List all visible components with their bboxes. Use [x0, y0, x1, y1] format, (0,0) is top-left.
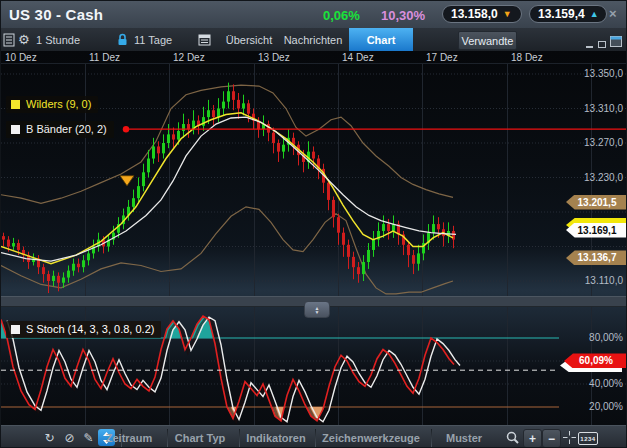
- stoch-axis-label: 20,00%: [553, 401, 623, 412]
- tab-nachrichten[interactable]: Nachrichten: [282, 28, 344, 51]
- bottom-toolbar: ↻ ⊘ ✎ Zeitraum Chart Typ Indikatoren Zei…: [1, 425, 627, 448]
- related-button[interactable]: Verwandte: [458, 31, 517, 50]
- menu-muster[interactable]: Muster: [435, 426, 493, 448]
- svg-text:13 Dez: 13 Dez: [258, 52, 290, 63]
- separator: [239, 429, 240, 447]
- price-values-icon[interactable]: 1234: [578, 432, 598, 445]
- trading-window: US 30 - Cash 0,06% 10,30% 13.158,0 ▼ 13.…: [0, 0, 627, 448]
- notes-icon[interactable]: [3, 28, 15, 51]
- svg-text:17 Dez: 17 Dez: [426, 52, 458, 63]
- sell-price-button[interactable]: 13.158,0 ▼: [442, 5, 522, 23]
- band-value-badge: 13.201,5: [566, 195, 627, 210]
- price-axis-label: 13.230,0: [553, 172, 623, 183]
- window-titlebar: US 30 - Cash 0,06% 10,30% 13.158,0 ▼ 13.…: [1, 1, 627, 29]
- sell-direction-icon: ▼: [503, 10, 512, 19]
- popout-icon[interactable]: [610, 33, 622, 51]
- legend-bbands[interactable]: B Bänder (20, 2): [6, 121, 114, 138]
- tab-uebersicht[interactable]: Übersicht: [223, 28, 275, 51]
- legend-stoch-label: S Stoch (14, 3, 3, 0.8, 0.2): [26, 323, 154, 335]
- arrow-down-icon: ▼: [315, 310, 320, 314]
- interval-select[interactable]: 1 Stunde: [36, 28, 80, 51]
- legend-bbands-label: B Bänder (20, 2): [26, 123, 107, 135]
- lock-icon[interactable]: [117, 28, 128, 51]
- crosshair-icon[interactable]: [561, 429, 578, 446]
- svg-text:14 Dez: 14 Dez: [342, 52, 374, 63]
- stoch-axis-label: 80,00%: [553, 332, 623, 343]
- chart-area[interactable]: 10 Dez11 Dez12 Dez13 Dez14 Dez17 Dez18 D…: [1, 51, 627, 425]
- bb-middle-value-badge: 13.169,1: [566, 223, 627, 238]
- price-axis-label: 13.350,0: [553, 68, 623, 79]
- close-icon[interactable]: ×: [609, 6, 617, 21]
- clear-drawings-icon[interactable]: ⊘: [61, 429, 78, 446]
- zoom-tool-icon[interactable]: [504, 429, 521, 446]
- date-axis: 10 Dez11 Dez12 Dez13 Dez14 Dez17 Dez18 D…: [1, 52, 627, 64]
- menu-zeichenwerkzeuge[interactable]: Zeichenwerkzeuge: [317, 426, 425, 448]
- instrument-title: US 30 - Cash: [9, 6, 103, 23]
- legend-wilders-label: Wilders (9, 0): [26, 98, 91, 110]
- zoom-in-button[interactable]: +: [523, 429, 542, 448]
- price-axis-label: 13.270,0: [553, 137, 623, 148]
- buy-price: 13.159,4: [538, 7, 585, 21]
- stoch-axis-label: 40,00%: [553, 378, 623, 389]
- legend-wilders[interactable]: Wilders (9, 0): [6, 96, 98, 113]
- buy-price-button[interactable]: 13.159,4 ▲: [529, 5, 607, 23]
- draw-icon[interactable]: ✎: [80, 429, 97, 446]
- stoch-swatch-icon: [11, 325, 20, 334]
- calendar-icon[interactable]: [198, 28, 211, 51]
- separator: [167, 429, 168, 447]
- menu-chart-typ[interactable]: Chart Typ: [169, 426, 231, 448]
- range-percent: 10,30%: [381, 8, 425, 23]
- legend-stochastic[interactable]: S Stoch (14, 3, 3, 0.8, 0.2): [6, 321, 161, 338]
- price-axis-label: 13.310,0: [553, 103, 623, 114]
- svg-text:11 Dez: 11 Dez: [89, 52, 120, 63]
- tab-chart[interactable]: Chart: [349, 28, 413, 51]
- price-axis-label: 13.110,0: [553, 275, 623, 286]
- svg-text:12 Dez: 12 Dez: [173, 52, 205, 63]
- sell-price: 13.158,0: [451, 7, 498, 21]
- panel-resize-button[interactable]: ▲ ▼: [304, 301, 330, 318]
- chart-toolbar: ⚙ 1 Stunde 11 Tage Übersicht Nachrichten…: [1, 28, 627, 52]
- gear-icon[interactable]: ⚙: [18, 28, 30, 51]
- menu-indikatoren[interactable]: Indikatoren: [241, 426, 311, 448]
- separator: [315, 429, 316, 447]
- buy-direction-icon: ▲: [590, 10, 599, 19]
- svg-text:18 Dez: 18 Dez: [511, 52, 543, 63]
- range-select[interactable]: 11 Tage: [134, 28, 172, 51]
- band-value-badge: 13.136,7: [566, 250, 627, 265]
- bollinger-bands: [1, 85, 453, 294]
- bbands-swatch-icon: [11, 125, 20, 134]
- separator: [431, 429, 432, 447]
- menu-zeitraum[interactable]: Zeitraum: [97, 426, 161, 448]
- refresh-icon[interactable]: ↻: [41, 429, 58, 446]
- sell-marker: [120, 176, 134, 186]
- wilders-swatch-icon: [11, 100, 20, 109]
- zoom-out-button[interactable]: −: [542, 429, 561, 448]
- stoch-k-value-badge: 60,09%: [564, 353, 627, 368]
- change-percent: 0,06%: [323, 8, 360, 23]
- svg-text:10 Dez: 10 Dez: [5, 52, 37, 63]
